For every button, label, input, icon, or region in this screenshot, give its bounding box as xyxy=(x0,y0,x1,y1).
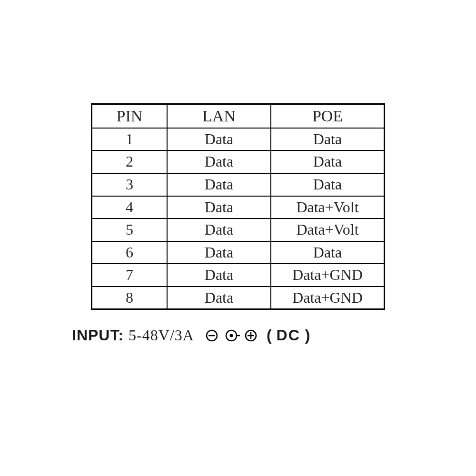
cell-lan: Data xyxy=(167,287,271,309)
dc-polarity-icon xyxy=(205,328,258,343)
cell-poe: Data+GND xyxy=(271,287,385,309)
cell-pin: 6 xyxy=(92,241,168,264)
table-header-row: PIN LAN POE xyxy=(92,104,385,128)
cell-poe: Data xyxy=(271,128,385,151)
cell-lan: Data xyxy=(167,241,271,264)
cell-lan: Data xyxy=(167,173,271,196)
input-value: 5-48V/3A xyxy=(129,327,194,344)
cell-lan: Data xyxy=(167,218,271,241)
cell-pin: 8 xyxy=(92,287,168,309)
cell-poe: Data xyxy=(271,173,385,196)
table-row: 2 Data Data xyxy=(92,150,385,173)
cell-poe: Data+Volt xyxy=(271,218,385,241)
cell-pin: 4 xyxy=(92,196,168,219)
table-row: 7 Data Data+GND xyxy=(92,264,385,287)
dc-paren-open: ( xyxy=(267,327,272,344)
cell-poe: Data+GND xyxy=(271,264,385,287)
cell-lan: Data xyxy=(167,264,271,287)
input-label: INPUT: xyxy=(72,327,124,344)
table-row: 1 Data Data xyxy=(92,128,385,151)
pinout-table: PIN LAN POE 1 Data Data 2 Data Data 3 Da… xyxy=(91,103,385,310)
dc-label: DC xyxy=(277,327,300,344)
cell-pin: 2 xyxy=(92,150,168,173)
cell-lan: Data xyxy=(167,128,271,151)
header-pin: PIN xyxy=(92,104,168,128)
cell-pin: 1 xyxy=(92,128,168,151)
table-row: 8 Data Data+GND xyxy=(92,287,385,309)
dc-paren-close: ) xyxy=(305,327,310,344)
cell-lan: Data xyxy=(167,196,271,219)
header-poe: POE xyxy=(271,104,385,128)
cell-pin: 7 xyxy=(92,264,168,287)
svg-point-3 xyxy=(229,334,233,337)
cell-pin: 5 xyxy=(92,218,168,241)
input-spec-row: INPUT: 5-48V/3A ( DC ) xyxy=(72,327,385,344)
cell-poe: Data+Volt xyxy=(271,196,385,219)
table-row: 6 Data Data xyxy=(92,241,385,264)
table-row: 4 Data Data+Volt xyxy=(92,196,385,219)
cell-poe: Data xyxy=(271,150,385,173)
cell-poe: Data xyxy=(271,241,385,264)
table-row: 5 Data Data+Volt xyxy=(92,218,385,241)
cell-lan: Data xyxy=(167,150,271,173)
header-lan: LAN xyxy=(167,104,271,128)
table-row: 3 Data Data xyxy=(92,173,385,196)
cell-pin: 3 xyxy=(92,173,168,196)
